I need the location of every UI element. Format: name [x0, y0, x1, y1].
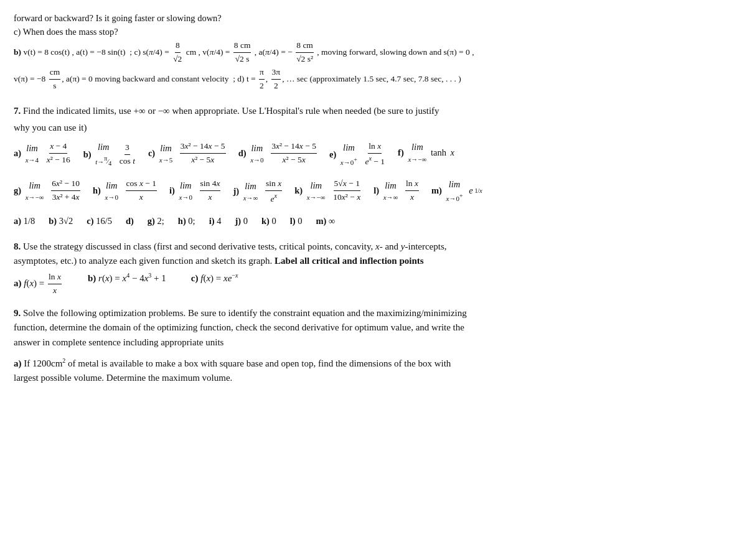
top-section: forward or backward? Is it going faster …	[14, 11, 733, 93]
limit-m: m) lim x→0+ e1/x	[431, 177, 482, 204]
answer-c: c) 16/5	[87, 214, 112, 228]
limit-e-label: e)	[329, 147, 339, 161]
limit-b: b) lim t→π⁄4 3 cos t	[83, 140, 137, 169]
limit-d: d) lim x→0 3x² − 14x − 5 x² − 5x	[238, 140, 318, 167]
limit-l: l) lim x→∞ ln x x	[374, 177, 420, 204]
p9-header: 9. Solve the following optimization prob…	[14, 306, 733, 320]
limit-l-label: l)	[374, 184, 381, 197]
limit-a-label: a)	[14, 146, 24, 160]
limit-e: e) lim x→0+ ln x ex − 1	[329, 140, 387, 168]
problem-8: 8. Use the strategy discussed in class (…	[14, 240, 733, 297]
problem-7: 7. Find the indicated limits, use +∞ or …	[14, 104, 733, 228]
limit-j: j) lim x→∞ sin x ex	[233, 177, 283, 205]
limit-c-label: c)	[148, 146, 157, 160]
limit-g: g) lim x→−∞ 6x² − 10 3x² + 4x	[14, 177, 82, 204]
p7-answers: a) 1/8 b) 3√2 c) 16/5 d) g) 2; h) 0; i) …	[14, 214, 733, 228]
answer-l: l) 0	[290, 214, 303, 228]
top-line2: c) When does the mass stop?	[14, 25, 733, 39]
p9-line3: answer in complete sentence including ap…	[14, 335, 733, 350]
answer-k: k) 0	[261, 214, 276, 228]
limit-g-label: g)	[14, 184, 24, 197]
limit-c: c) lim x→5 3x² − 14x − 5 x² − 5x	[148, 140, 227, 167]
p8-parts: a) f(x) = ln x x b) r(x) = x4 − 4x3 + 1 …	[14, 271, 733, 297]
answer-g: g) 2;	[148, 214, 164, 228]
p8-line2: asymptotes, etc.) to analyze each given …	[14, 254, 733, 268]
top-line3b: b) v(t) = 8 cos(t) , a(t) = −8 sin(t) ; …	[14, 39, 733, 66]
limits-row-1: a) lim x→4 x − 4 x² − 16 b) lim t→π⁄4 3 …	[14, 140, 733, 171]
limits-row-2: g) lim x→−∞ 6x² − 10 3x² + 4x h) lim x→0…	[14, 177, 733, 208]
problem-9: 9. Solve the following optimization prob…	[14, 306, 733, 385]
top-line3v: v(π) = −8 cms, a(π) = 0 moving backward …	[14, 66, 733, 93]
p9-part-a2: largest possible volume. Determine the m…	[14, 371, 733, 385]
answer-i: i) 4	[209, 214, 222, 228]
limit-h: h) lim x→0 cos x − 1 x	[93, 177, 158, 204]
limit-m-label: m)	[431, 184, 444, 197]
limit-d-label: d)	[238, 146, 249, 160]
p8-part-b: b) r(x) = x4 − 4x3 + 1	[88, 271, 166, 297]
limit-k: k) lim x→−∞ 5√x − 1 10x² − x	[294, 177, 362, 204]
limit-i-label: i)	[169, 184, 177, 197]
limit-f: f) lim x→−∞ tanh x	[398, 140, 454, 165]
answer-a: a) 1/8	[14, 214, 35, 228]
top-line1: forward or backward? Is it going faster …	[14, 11, 733, 25]
answer-d: d)	[126, 214, 134, 228]
limit-i: i) lim x→0 sin 4x x	[169, 177, 222, 204]
limit-f-label: f)	[398, 146, 406, 159]
p8-part-c: c) f(x) = xe−x	[191, 271, 238, 297]
limit-a: a) lim x→4 x − 4 x² − 16	[14, 140, 72, 167]
answer-b: b) 3√2	[49, 214, 73, 228]
answer-j: j) 0	[235, 214, 248, 228]
p9-part-a: a) If 1200cm2 of metal is available to m…	[14, 356, 733, 371]
p9-line2: function, determine the domain of the op…	[14, 320, 733, 335]
limit-h-label: h)	[93, 184, 103, 197]
p8-part-a: a) f(x) = ln x x	[14, 271, 63, 297]
p7-subtext: why you can use it)	[14, 121, 733, 135]
limit-b-label: b)	[83, 147, 94, 161]
answer-h: h) 0;	[178, 214, 195, 228]
limit-k-label: k)	[294, 184, 305, 197]
p8-header: 8. Use the strategy discussed in class (…	[14, 240, 733, 254]
p7-header: 7. Find the indicated limits, use +∞ or …	[14, 104, 733, 118]
answer-m: m) ∞	[316, 214, 335, 228]
limit-j-label: j)	[233, 184, 241, 198]
